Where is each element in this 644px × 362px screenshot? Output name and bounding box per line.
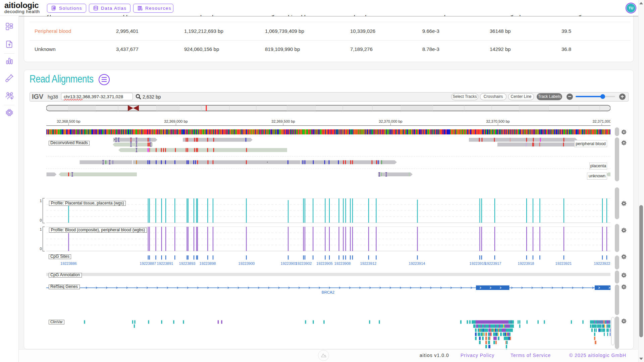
svg-text:19223917: 19223917	[485, 261, 501, 265]
svg-text:19223900: 19223900	[238, 261, 255, 265]
svg-text:19223891: 19223891	[157, 261, 173, 265]
svg-text:19223898: 19223898	[200, 261, 216, 265]
svg-text:19223902: 19223902	[296, 261, 312, 265]
svg-text:32,370,500 bp: 32,370,500 bp	[486, 119, 509, 123]
svg-text:19223912: 19223912	[360, 261, 377, 265]
svg-text:32,370,000 bp: 32,370,000 bp	[379, 119, 402, 123]
svg-text:32,369,500 bp: 32,369,500 bp	[271, 119, 295, 123]
svg-text:19223905: 19223905	[316, 261, 333, 265]
svg-text:19223901: 19223901	[281, 261, 297, 265]
svg-text:19223908: 19223908	[334, 261, 351, 265]
svg-text:19223922: 19223922	[594, 261, 610, 265]
svg-text:19223918: 19223918	[518, 261, 534, 265]
svg-text:32,368,500 bp: 32,368,500 bp	[57, 119, 80, 123]
svg-text:19223914: 19223914	[409, 261, 425, 265]
svg-text:32,371,000: 32,371,000	[592, 119, 610, 123]
svg-text:19223893: 19223893	[179, 261, 196, 265]
svg-text:19223921: 19223921	[555, 261, 572, 265]
svg-text:19223887: 19223887	[140, 261, 156, 265]
svg-text:19223915: 19223915	[470, 261, 486, 265]
svg-text:32,369,000 bp: 32,369,000 bp	[164, 119, 187, 123]
svg-text:19223886: 19223886	[60, 261, 77, 265]
svg-text:BRCA2: BRCA2	[322, 290, 334, 294]
